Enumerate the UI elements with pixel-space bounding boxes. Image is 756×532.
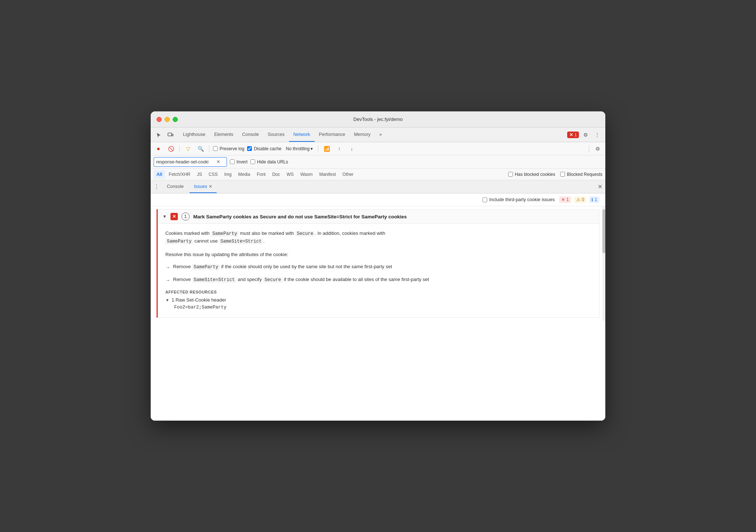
desc-middle2: cannot use: [193, 238, 219, 244]
type-btn-all[interactable]: All: [154, 170, 165, 179]
preserve-log-label: Preserve log: [220, 146, 244, 151]
invert-checkbox-label[interactable]: Invert: [230, 159, 247, 165]
issues-header-bar: Include third-party cookie issues ✕ 1 ⚠ …: [151, 193, 605, 206]
blocked-requests-checkbox[interactable]: [560, 172, 565, 177]
devtools-window: DevTools - jec.fyi/demo: [151, 111, 605, 421]
throttle-label: No throttling: [286, 146, 310, 151]
cursor-icon[interactable]: [154, 130, 164, 140]
traffic-lights: [157, 117, 178, 122]
desc-middle1: must also be marked with: [239, 230, 296, 236]
has-blocked-cookies-label[interactable]: Has blocked cookies: [508, 172, 555, 177]
tab-memory[interactable]: Memory: [349, 128, 375, 142]
type-btn-wasm[interactable]: Wasm: [297, 170, 316, 179]
search-input[interactable]: [156, 159, 215, 165]
type-btn-media[interactable]: Media: [235, 170, 253, 179]
disable-cache-label: Disable cache: [254, 146, 281, 151]
tab-performance[interactable]: Performance: [315, 128, 350, 142]
third-party-cookie-checkbox[interactable]: [482, 197, 487, 202]
wifi-icon[interactable]: 📶: [322, 144, 331, 154]
chevron-down-icon: ▼: [162, 214, 167, 219]
search-icon: 🔍: [198, 146, 204, 152]
filter-button[interactable]: ▽: [183, 144, 193, 154]
network-settings-icon[interactable]: ⚙: [593, 144, 602, 154]
cookie-value: Foo2=bar2;SameParty: [165, 305, 592, 310]
disable-cache-checkbox-label[interactable]: Disable cache: [247, 146, 281, 151]
toolbar-divider-3: [318, 145, 318, 152]
toolbar-divider-1: [179, 145, 180, 152]
panel-tab-issues[interactable]: Issues ✕: [190, 180, 217, 193]
desc-before: Cookies marked with: [165, 230, 211, 236]
more-options-icon[interactable]: ⋮: [592, 130, 602, 140]
issue-container: ▼ ✕ 1 Mark SameParty cookies as Secure a…: [151, 206, 605, 321]
hide-data-urls-checkbox-label[interactable]: Hide data URLs: [250, 159, 288, 165]
affected-chevron-icon: ▼: [165, 298, 169, 302]
has-blocked-cookies-checkbox[interactable]: [508, 172, 513, 177]
tab-sources[interactable]: Sources: [263, 128, 289, 142]
error-badge-count: 1: [566, 197, 569, 202]
device-toggle-icon[interactable]: [165, 130, 176, 140]
issue-row-header[interactable]: ▼ ✕ 1 Mark SameParty cookies as Secure a…: [158, 209, 599, 224]
maximize-button[interactable]: [173, 117, 178, 122]
record-button[interactable]: ●: [154, 144, 163, 154]
warning-badge-icon: ⚠: [576, 197, 580, 202]
throttle-select[interactable]: No throttling ▾: [285, 145, 315, 152]
issue-error-icon: ✕: [170, 213, 178, 220]
type-btn-manifest[interactable]: Manifest: [316, 170, 339, 179]
issue-resolve-text: Resolve this issue by updating the attri…: [165, 251, 592, 259]
panel-tab-console[interactable]: Console: [162, 180, 188, 193]
scrollbar-thumb[interactable]: [602, 209, 605, 253]
third-party-cookie-checkbox-label[interactable]: Include third-party cookie issues: [482, 197, 555, 202]
issue-badges: ✕ 1 ⚠ 0 ℹ 1: [559, 196, 599, 203]
issue-description: Cookies marked with SameParty must also …: [165, 230, 592, 245]
settings-icon[interactable]: ⚙: [580, 130, 591, 140]
type-btn-css[interactable]: CSS: [206, 170, 221, 179]
tab-elements[interactable]: Elements: [210, 128, 238, 142]
toolbar-divider-2: [209, 145, 209, 152]
clear-button[interactable]: 🚫: [166, 144, 176, 154]
type-btn-font[interactable]: Font: [254, 170, 268, 179]
upload-icon[interactable]: ↑: [334, 144, 344, 154]
svg-rect-0: [168, 133, 172, 136]
type-btn-doc[interactable]: Doc: [269, 170, 283, 179]
has-blocked-cookies-text: Has blocked cookies: [515, 172, 555, 177]
warning-issue-badge[interactable]: ⚠ 0: [574, 196, 587, 203]
type-btn-img[interactable]: Img: [221, 170, 235, 179]
type-btn-fetch[interactable]: Fetch/XHR: [166, 170, 193, 179]
preserve-log-checkbox[interactable]: [213, 146, 218, 151]
preserve-log-checkbox-label[interactable]: Preserve log: [213, 146, 244, 151]
blocked-requests-label[interactable]: Blocked Requests: [560, 172, 602, 177]
bullet-arrow-1: →: [165, 264, 170, 271]
disable-cache-checkbox[interactable]: [247, 146, 252, 151]
desc-after1: . In addition, cookies marked with: [315, 230, 385, 236]
filter-icon: ▽: [186, 146, 190, 152]
affected-item[interactable]: ▼ 1 Raw Set-Cookie header: [165, 297, 592, 303]
desc-code3: SameParty: [165, 239, 193, 244]
tab-console[interactable]: Console: [238, 128, 263, 142]
issue-count-badge: 1: [181, 213, 190, 221]
type-btn-other[interactable]: Other: [340, 170, 356, 179]
type-btn-ws[interactable]: WS: [284, 170, 297, 179]
search-button[interactable]: 🔍: [196, 144, 205, 154]
hide-data-urls-checkbox[interactable]: [250, 159, 255, 164]
info-issue-badge[interactable]: ℹ 1: [589, 196, 599, 203]
error-issue-badge[interactable]: ✕ 1: [559, 196, 571, 203]
minimize-button[interactable]: [165, 117, 170, 122]
invert-checkbox[interactable]: [230, 159, 235, 164]
issue-row: ▼ ✕ 1 Mark SameParty cookies as Secure a…: [157, 209, 599, 318]
tab-more[interactable]: »: [375, 128, 386, 142]
issues-tab-close-icon[interactable]: ✕: [209, 184, 212, 189]
nav-icons: [154, 130, 176, 140]
type-btn-js[interactable]: JS: [194, 170, 205, 179]
close-button[interactable]: [157, 117, 162, 122]
search-clear-icon[interactable]: ✕: [216, 159, 220, 165]
panel-tab-bar: ⋮ Console Issues ✕ ✕: [151, 180, 605, 193]
info-badge-icon: ℹ: [591, 197, 593, 202]
error-count-badge[interactable]: ✕ 1: [567, 132, 579, 138]
issue-details: Cookies marked with SameParty must also …: [158, 224, 599, 318]
warning-badge-count: 0: [582, 197, 584, 202]
close-panel-icon[interactable]: ✕: [598, 183, 602, 190]
tab-lighthouse[interactable]: Lighthouse: [179, 128, 210, 142]
download-icon[interactable]: ↓: [347, 144, 356, 154]
panel-tab-dots-icon[interactable]: ⋮: [154, 183, 159, 190]
tab-network[interactable]: Network: [289, 128, 315, 142]
